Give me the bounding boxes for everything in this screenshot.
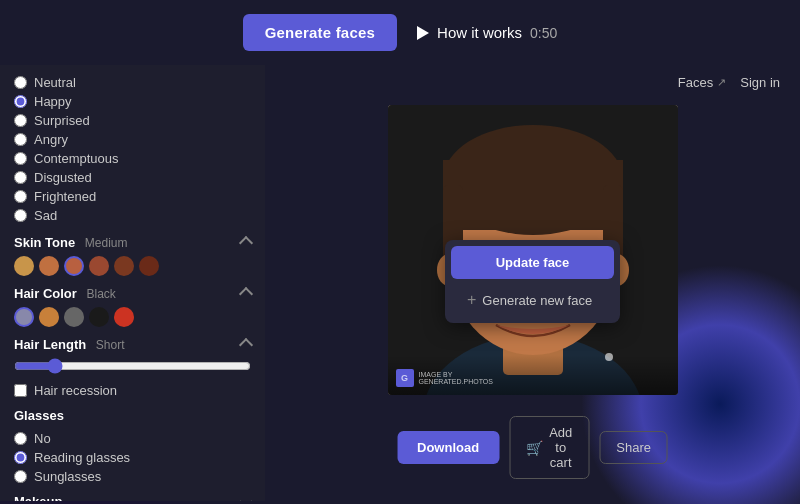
hair-recession-checkbox[interactable]: Hair recession: [14, 381, 251, 400]
expression-angry[interactable]: Angry: [14, 130, 251, 149]
plus-icon: +: [467, 291, 476, 309]
signin-button[interactable]: Sign in: [740, 75, 780, 90]
hair-swatch-3[interactable]: [64, 307, 84, 327]
expression-sad[interactable]: Sad: [14, 206, 251, 225]
hair-color-swatches: [14, 307, 251, 327]
expression-surprised[interactable]: Surprised: [14, 111, 251, 130]
expression-neutral[interactable]: Neutral: [14, 73, 251, 92]
makeup-section-header: Makeup: [14, 494, 251, 501]
skin-swatch-5[interactable]: [114, 256, 134, 276]
skin-tone-chevron-icon[interactable]: [239, 235, 253, 249]
action-bar: Download 🛒 Add to cart Share: [397, 416, 668, 479]
external-link-icon: ↗: [717, 76, 726, 89]
generate-new-face-button[interactable]: + Generate new face: [451, 283, 614, 317]
hair-swatch-2[interactable]: [39, 307, 59, 327]
image-credit: G IMAGE BY GENERATED.PHOTOS: [396, 369, 493, 387]
how-it-works-button[interactable]: How it works 0:50: [417, 24, 557, 41]
hair-color-section-header: Hair Color Black: [14, 286, 251, 301]
glasses-options: No Reading glasses Sunglasses: [14, 429, 251, 486]
skin-tone-swatches: [14, 256, 251, 276]
context-menu: Update face + Generate new face: [445, 240, 620, 323]
cart-icon: 🛒: [526, 440, 543, 456]
how-it-works-label: How it works: [437, 24, 522, 41]
credit-logo: G: [396, 369, 414, 387]
top-nav: Faces ↗ Sign in: [678, 75, 780, 90]
update-face-button[interactable]: Update face: [451, 246, 614, 279]
glasses-reading[interactable]: Reading glasses: [14, 448, 251, 467]
expression-section: Neutral Happy Surprised Angry Contemptuo…: [14, 73, 251, 225]
skin-swatch-4[interactable]: [89, 256, 109, 276]
add-to-cart-button[interactable]: 🛒 Add to cart: [509, 416, 589, 479]
download-button[interactable]: Download: [397, 431, 499, 464]
video-time: 0:50: [530, 25, 557, 41]
expression-happy[interactable]: Happy: [14, 92, 251, 111]
main-content: Neutral Happy Surprised Angry Contemptuo…: [0, 65, 800, 501]
glasses-no[interactable]: No: [14, 429, 251, 448]
expression-contemptuous[interactable]: Contemptuous: [14, 149, 251, 168]
glasses-section-header: Glasses: [14, 408, 251, 423]
hair-swatch-1[interactable]: [14, 307, 34, 327]
hair-length-slider[interactable]: [14, 358, 251, 374]
svg-rect-6: [443, 160, 623, 230]
share-button[interactable]: Share: [599, 431, 668, 464]
play-icon: [417, 26, 429, 40]
expression-frightened[interactable]: Frightened: [14, 187, 251, 206]
center-area: Faces ↗ Sign in: [265, 65, 800, 501]
hair-color-chevron-icon[interactable]: [239, 286, 253, 300]
skin-swatch-1[interactable]: [14, 256, 34, 276]
expression-disgusted[interactable]: Disgusted: [14, 168, 251, 187]
skin-swatch-6[interactable]: [139, 256, 159, 276]
sidebar: Neutral Happy Surprised Angry Contemptuo…: [0, 65, 265, 501]
makeup-chevron-icon[interactable]: [239, 494, 253, 501]
glasses-sunglasses[interactable]: Sunglasses: [14, 467, 251, 486]
hair-length-section-header: Hair Length Short: [14, 337, 251, 352]
topbar: Generate faces How it works 0:50: [0, 0, 800, 65]
faces-link[interactable]: Faces ↗: [678, 75, 726, 90]
skin-tone-section-header: Skin Tone Medium: [14, 235, 251, 250]
hair-length-chevron-icon[interactable]: [239, 337, 253, 351]
hair-length-slider-row: [14, 358, 251, 377]
skin-swatch-2[interactable]: [39, 256, 59, 276]
hair-swatch-4[interactable]: [89, 307, 109, 327]
generate-faces-button[interactable]: Generate faces: [243, 14, 397, 51]
cursor: [605, 353, 613, 361]
hair-swatch-5[interactable]: [114, 307, 134, 327]
skin-swatch-3[interactable]: [64, 256, 84, 276]
